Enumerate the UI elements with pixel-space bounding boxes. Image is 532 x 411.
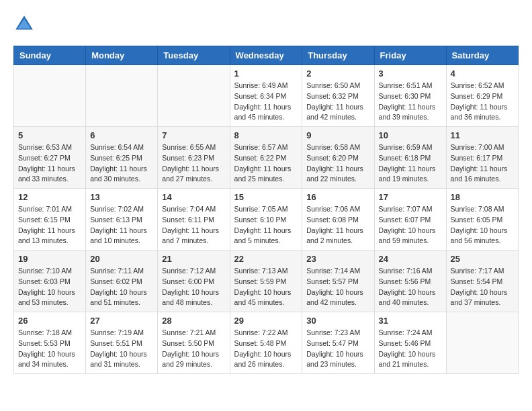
- weekday-header: Monday: [86, 46, 158, 65]
- calendar-cell: 14Sunrise: 7:04 AM Sunset: 6:11 PM Dayli…: [158, 189, 230, 250]
- calendar-week-row: 19Sunrise: 7:10 AM Sunset: 6:03 PM Dayli…: [14, 250, 519, 312]
- weekday-header: Friday: [374, 46, 446, 65]
- calendar-cell: [14, 65, 86, 127]
- calendar-cell: 4Sunrise: 6:52 AM Sunset: 6:29 PM Daylig…: [446, 65, 518, 127]
- calendar-cell: 26Sunrise: 7:18 AM Sunset: 5:53 PM Dayli…: [14, 312, 86, 374]
- calendar-cell: 9Sunrise: 6:58 AM Sunset: 6:20 PM Daylig…: [302, 127, 374, 189]
- day-info: Sunrise: 7:23 AM Sunset: 5:47 PM Dayligh…: [306, 328, 369, 370]
- calendar-cell: 5Sunrise: 6:53 AM Sunset: 6:27 PM Daylig…: [14, 127, 86, 189]
- calendar-week-row: 26Sunrise: 7:18 AM Sunset: 5:53 PM Dayli…: [14, 312, 519, 374]
- day-info: Sunrise: 7:14 AM Sunset: 5:57 PM Dayligh…: [306, 266, 369, 308]
- day-info: Sunrise: 6:59 AM Sunset: 6:18 PM Dayligh…: [379, 142, 442, 185]
- day-info: Sunrise: 7:21 AM Sunset: 5:50 PM Dayligh…: [162, 328, 225, 370]
- day-info: Sunrise: 7:10 AM Sunset: 6:03 PM Dayligh…: [18, 266, 81, 308]
- calendar-week-row: 1Sunrise: 6:49 AM Sunset: 6:34 PM Daylig…: [14, 65, 519, 127]
- day-number: 2: [306, 68, 369, 79]
- day-info: Sunrise: 7:13 AM Sunset: 5:59 PM Dayligh…: [234, 266, 298, 308]
- calendar-cell: [86, 65, 158, 127]
- weekday-header: Wednesday: [230, 46, 302, 65]
- day-info: Sunrise: 7:08 AM Sunset: 6:05 PM Dayligh…: [451, 204, 514, 246]
- calendar-cell: 23Sunrise: 7:14 AM Sunset: 5:57 PM Dayli…: [302, 250, 374, 312]
- day-number: 22: [234, 254, 298, 264]
- day-number: 7: [162, 130, 225, 140]
- day-number: 20: [90, 254, 153, 264]
- day-info: Sunrise: 7:02 AM Sunset: 6:13 PM Dayligh…: [90, 204, 153, 246]
- day-number: 3: [379, 68, 442, 79]
- day-info: Sunrise: 7:19 AM Sunset: 5:51 PM Dayligh…: [90, 328, 153, 370]
- calendar-cell: 7Sunrise: 6:55 AM Sunset: 6:23 PM Daylig…: [158, 127, 230, 189]
- calendar-cell: 1Sunrise: 6:49 AM Sunset: 6:34 PM Daylig…: [230, 65, 302, 127]
- day-info: Sunrise: 7:22 AM Sunset: 5:48 PM Dayligh…: [234, 328, 298, 370]
- day-number: 27: [90, 316, 153, 326]
- day-info: Sunrise: 7:06 AM Sunset: 6:08 PM Dayligh…: [306, 204, 369, 246]
- day-number: 11: [451, 130, 514, 140]
- day-info: Sunrise: 7:05 AM Sunset: 6:10 PM Dayligh…: [234, 204, 298, 246]
- logo: [13, 13, 38, 35]
- day-info: Sunrise: 7:17 AM Sunset: 5:54 PM Dayligh…: [451, 266, 514, 308]
- weekday-header: Tuesday: [158, 46, 230, 65]
- page-header: [13, 13, 519, 35]
- calendar-cell: 22Sunrise: 7:13 AM Sunset: 5:59 PM Dayli…: [230, 250, 302, 312]
- weekday-header: Sunday: [14, 46, 86, 65]
- day-number: 25: [451, 254, 514, 264]
- day-number: 10: [379, 130, 442, 140]
- day-number: 4: [451, 68, 514, 79]
- day-number: 9: [306, 130, 369, 140]
- calendar-cell: 12Sunrise: 7:01 AM Sunset: 6:15 PM Dayli…: [14, 189, 86, 250]
- day-number: 15: [234, 192, 298, 202]
- logo-icon: [13, 13, 35, 35]
- day-number: 19: [18, 254, 81, 264]
- day-info: Sunrise: 6:51 AM Sunset: 6:30 PM Dayligh…: [379, 81, 442, 123]
- calendar-cell: 29Sunrise: 7:22 AM Sunset: 5:48 PM Dayli…: [230, 312, 302, 374]
- calendar-cell: 3Sunrise: 6:51 AM Sunset: 6:30 PM Daylig…: [374, 65, 446, 127]
- day-info: Sunrise: 7:00 AM Sunset: 6:17 PM Dayligh…: [451, 142, 514, 185]
- day-number: 17: [379, 192, 442, 202]
- calendar-cell: 25Sunrise: 7:17 AM Sunset: 5:54 PM Dayli…: [446, 250, 518, 312]
- calendar-cell: 15Sunrise: 7:05 AM Sunset: 6:10 PM Dayli…: [230, 189, 302, 250]
- day-info: Sunrise: 6:52 AM Sunset: 6:29 PM Dayligh…: [451, 81, 514, 123]
- day-number: 21: [162, 254, 225, 264]
- weekday-header: Thursday: [302, 46, 374, 65]
- calendar-cell: 16Sunrise: 7:06 AM Sunset: 6:08 PM Dayli…: [302, 189, 374, 250]
- calendar-cell: 30Sunrise: 7:23 AM Sunset: 5:47 PM Dayli…: [302, 312, 374, 374]
- day-number: 30: [306, 316, 369, 326]
- day-info: Sunrise: 7:04 AM Sunset: 6:11 PM Dayligh…: [162, 204, 225, 246]
- calendar-cell: 8Sunrise: 6:57 AM Sunset: 6:22 PM Daylig…: [230, 127, 302, 189]
- calendar-cell: 18Sunrise: 7:08 AM Sunset: 6:05 PM Dayli…: [446, 189, 518, 250]
- day-info: Sunrise: 7:11 AM Sunset: 6:02 PM Dayligh…: [90, 266, 153, 308]
- day-number: 6: [90, 130, 153, 140]
- day-number: 14: [162, 192, 225, 202]
- calendar-cell: 20Sunrise: 7:11 AM Sunset: 6:02 PM Dayli…: [86, 250, 158, 312]
- calendar-cell: 11Sunrise: 7:00 AM Sunset: 6:17 PM Dayli…: [446, 127, 518, 189]
- header-row: SundayMondayTuesdayWednesdayThursdayFrid…: [14, 46, 519, 65]
- calendar-cell: 28Sunrise: 7:21 AM Sunset: 5:50 PM Dayli…: [158, 312, 230, 374]
- day-info: Sunrise: 7:16 AM Sunset: 5:56 PM Dayligh…: [379, 266, 442, 308]
- day-info: Sunrise: 6:57 AM Sunset: 6:22 PM Dayligh…: [234, 142, 298, 185]
- day-info: Sunrise: 6:50 AM Sunset: 6:32 PM Dayligh…: [306, 81, 369, 123]
- calendar-cell: 10Sunrise: 6:59 AM Sunset: 6:18 PM Dayli…: [374, 127, 446, 189]
- day-number: 18: [451, 192, 514, 202]
- day-info: Sunrise: 6:55 AM Sunset: 6:23 PM Dayligh…: [162, 142, 225, 185]
- calendar-week-row: 12Sunrise: 7:01 AM Sunset: 6:15 PM Dayli…: [14, 189, 519, 250]
- day-number: 28: [162, 316, 225, 326]
- day-number: 12: [18, 192, 81, 202]
- calendar-week-row: 5Sunrise: 6:53 AM Sunset: 6:27 PM Daylig…: [14, 127, 519, 189]
- calendar-table: SundayMondayTuesdayWednesdayThursdayFrid…: [13, 46, 519, 374]
- day-number: 5: [18, 130, 81, 140]
- day-info: Sunrise: 6:53 AM Sunset: 6:27 PM Dayligh…: [18, 142, 81, 185]
- day-number: 16: [306, 192, 369, 202]
- calendar-cell: [446, 312, 518, 374]
- day-number: 31: [379, 316, 442, 326]
- calendar-cell: 2Sunrise: 6:50 AM Sunset: 6:32 PM Daylig…: [302, 65, 374, 127]
- day-info: Sunrise: 7:07 AM Sunset: 6:07 PM Dayligh…: [379, 204, 442, 246]
- day-number: 8: [234, 130, 298, 140]
- calendar-cell: 17Sunrise: 7:07 AM Sunset: 6:07 PM Dayli…: [374, 189, 446, 250]
- day-info: Sunrise: 6:58 AM Sunset: 6:20 PM Dayligh…: [306, 142, 369, 185]
- day-info: Sunrise: 7:24 AM Sunset: 5:46 PM Dayligh…: [379, 328, 442, 370]
- day-info: Sunrise: 7:01 AM Sunset: 6:15 PM Dayligh…: [18, 204, 81, 246]
- day-info: Sunrise: 7:12 AM Sunset: 6:00 PM Dayligh…: [162, 266, 225, 308]
- calendar-cell: 24Sunrise: 7:16 AM Sunset: 5:56 PM Dayli…: [374, 250, 446, 312]
- day-number: 24: [379, 254, 442, 264]
- calendar-cell: 21Sunrise: 7:12 AM Sunset: 6:00 PM Dayli…: [158, 250, 230, 312]
- calendar-cell: 27Sunrise: 7:19 AM Sunset: 5:51 PM Dayli…: [86, 312, 158, 374]
